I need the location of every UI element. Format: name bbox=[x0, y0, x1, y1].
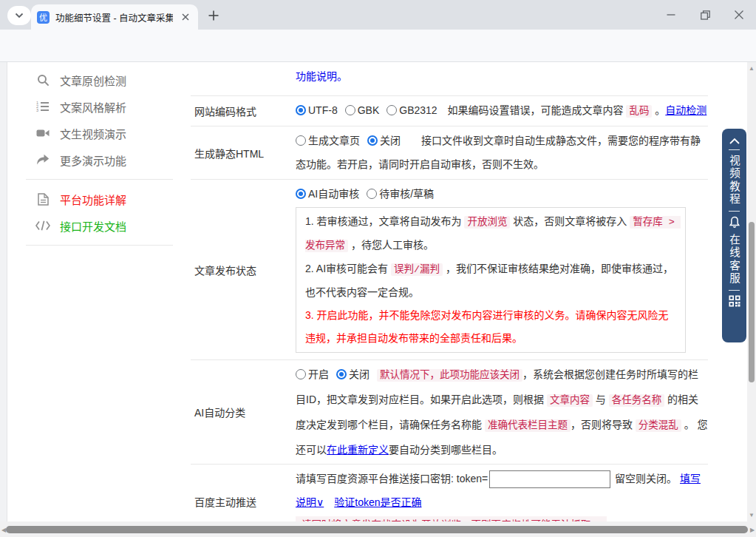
new-tab-button[interactable] bbox=[205, 7, 222, 24]
radio-待审核/草稿[interactable]: 待审核/草稿 bbox=[367, 182, 434, 206]
radio-GBK[interactable]: GBK bbox=[345, 98, 380, 122]
close-icon bbox=[182, 13, 189, 21]
sidebar-item[interactable]: 123文案风格解析 bbox=[8, 93, 191, 120]
radio-button[interactable] bbox=[367, 189, 377, 199]
video-tutorial-button[interactable]: 视频教程 bbox=[726, 155, 742, 206]
radio-UTF-8[interactable]: UTF-8 bbox=[296, 98, 338, 122]
row-label: AI自动分类 bbox=[191, 360, 296, 464]
bell-icon[interactable] bbox=[729, 216, 740, 229]
text: 。 bbox=[652, 104, 665, 116]
sidebar-item-label: 平台功能详解 bbox=[60, 192, 126, 207]
text: ，否则将导致 bbox=[571, 419, 636, 430]
chevron-down-icon bbox=[15, 13, 24, 18]
highlighted-term: 开放浏览 bbox=[464, 216, 510, 229]
row-content: UTF-8GBKGB2312 如果编码设置错误，可能造成文章内容 乱码 。自动检… bbox=[296, 96, 708, 126]
content-line: 生成文章页关闭 接口文件收到文章时自动生成静态文件，需要您的程序带有静态功能。若… bbox=[296, 129, 708, 176]
scroll-up-arrow[interactable]: ▲ bbox=[747, 64, 756, 72]
auto-detect-link[interactable]: 自动检测 bbox=[665, 104, 706, 116]
radio-button[interactable] bbox=[367, 135, 378, 146]
horizontal-scrollbar-thumb[interactable] bbox=[6, 526, 748, 533]
row-label: 网站编码格式 bbox=[191, 96, 296, 126]
vertical-scrollbar-thumb[interactable] bbox=[749, 222, 755, 382]
radio-button[interactable] bbox=[345, 105, 355, 115]
radio-button[interactable] bbox=[336, 369, 347, 379]
tab-close-button[interactable] bbox=[179, 10, 192, 24]
sidebar-item[interactable]: 平台功能详解 bbox=[8, 186, 191, 212]
plus-icon bbox=[208, 10, 219, 21]
text: 与 bbox=[593, 394, 609, 405]
vertical-scrollbar[interactable]: ▲ ▼ bbox=[747, 62, 756, 521]
radio-button[interactable] bbox=[296, 105, 306, 115]
row-content: AI自动审核待审核/草稿1. 若审核通过，文章将自动发布为 开放浏览 状态，否则… bbox=[296, 180, 708, 359]
browser-tab[interactable]: 优 功能细节设置 - 自动文章采集器 bbox=[31, 4, 198, 30]
settings-row-publish-status: 文章发布状态AI自动审核待审核/草稿1. 若审核通过，文章将自动发布为 开放浏览… bbox=[191, 180, 708, 360]
chevron-up-icon bbox=[729, 138, 740, 145]
sidebar-item-label: 文章原创检测 bbox=[60, 72, 126, 88]
radio-GB2312[interactable]: GB2312 bbox=[386, 98, 437, 122]
sidebar-item[interactable]: 更多演示功能 bbox=[8, 146, 191, 173]
warning-paragraph: 3. 开启此功能，并不能免除您对发布内容进行审核的义务。请确保内容无风险无违规，… bbox=[305, 304, 676, 350]
radio-AI自动审核[interactable]: AI自动审核 bbox=[296, 182, 359, 206]
radio-button[interactable] bbox=[296, 189, 306, 199]
text: 要自动分类到哪些栏目。 bbox=[389, 444, 503, 456]
sidebar-item-label: 文生视频演示 bbox=[60, 126, 126, 141]
row-content: 功能说明。 bbox=[296, 62, 708, 95]
close-icon bbox=[735, 10, 743, 19]
minimize-button[interactable] bbox=[654, 0, 688, 30]
row-label: 生成静态HTML bbox=[191, 126, 296, 179]
feature-description-link[interactable]: 功能说明。 bbox=[296, 70, 347, 82]
radio-生成文章页[interactable]: 生成文章页 bbox=[296, 129, 360, 152]
sidebar-item[interactable]: 文章原创检测 bbox=[8, 67, 191, 93]
back-to-top-button[interactable] bbox=[729, 138, 740, 145]
tab-search-button[interactable] bbox=[7, 6, 31, 25]
window-controls bbox=[654, 0, 756, 30]
text: 请填写百度资源平台推送接口密钥: token= bbox=[296, 473, 488, 484]
radio-关闭[interactable]: 关闭 bbox=[336, 362, 370, 386]
svg-text:3: 3 bbox=[36, 108, 38, 112]
site-favicon: 优 bbox=[37, 11, 50, 24]
close-window-button[interactable] bbox=[722, 0, 756, 30]
divider bbox=[729, 149, 740, 150]
radio-button[interactable] bbox=[296, 135, 306, 146]
minimize-icon bbox=[667, 10, 675, 19]
scroll-right-arrow[interactable]: ▶ bbox=[748, 524, 756, 535]
row-content: 生成文章页关闭 接口文件收到文章时自动生成静态文件，需要您的程序带有静态功能。若… bbox=[296, 126, 708, 179]
radio-label: GBK bbox=[358, 98, 380, 122]
horizontal-scrollbar[interactable]: ◀ ▶ bbox=[0, 521, 756, 537]
qr-code-icon[interactable] bbox=[729, 295, 740, 307]
ordered-list-icon: 123 bbox=[35, 101, 50, 112]
settings-row-auto-category: AI自动分类开启关闭默认情况下，此项功能应该关闭，系统会根据您创建任务时所填写的… bbox=[191, 360, 708, 465]
highlighted-term: 误判/漏判 bbox=[391, 263, 443, 276]
radio-label: 生成文章页 bbox=[308, 129, 360, 152]
tab-title: 功能细节设置 - 自动文章采集器 bbox=[55, 10, 173, 24]
content-line: UTF-8GBKGB2312 如果编码设置错误，可能造成文章内容 乱码 。自动检… bbox=[296, 98, 708, 124]
restore-button[interactable] bbox=[688, 0, 722, 30]
redefine-category-link[interactable]: 在此重新定义 bbox=[327, 444, 389, 456]
restore-icon bbox=[701, 10, 710, 20]
highlighted-term: 各任务名称 bbox=[609, 394, 665, 407]
radio-label: 待审核/草稿 bbox=[379, 182, 434, 206]
online-service-button[interactable]: 在线客服 bbox=[726, 234, 742, 286]
verify-token-link[interactable]: 验证token是否正确 bbox=[334, 496, 421, 508]
text: 状态，否则文章将被存入 bbox=[510, 215, 630, 227]
content-line: 开启关闭默认情况下，此项功能应该关闭，系统会根据您创建任务时所填写的栏目ID，把… bbox=[296, 362, 708, 462]
baidu-token-input[interactable] bbox=[489, 470, 610, 488]
radio-开启[interactable]: 开启 bbox=[296, 362, 329, 386]
settings-row-encoding: 网站编码格式UTF-8GBKGB2312 如果编码设置错误，可能造成文章内容 乱… bbox=[191, 96, 708, 126]
radio-button[interactable] bbox=[386, 105, 397, 115]
warning-box: 1. 若审核通过，文章将自动发布为 开放浏览 状态，否则文章将被存入 暂存库 >… bbox=[296, 207, 686, 353]
text bbox=[324, 496, 334, 508]
radio-关闭[interactable]: 关闭 bbox=[367, 129, 401, 152]
page-left-gutter bbox=[0, 62, 7, 537]
page-body: 文章原创检测123文案风格解析文生视频演示更多演示功能平台功能详解接口开发文档 … bbox=[0, 62, 756, 537]
radio-label: AI自动审核 bbox=[308, 182, 359, 206]
radio-button[interactable] bbox=[296, 369, 306, 379]
text: ，待您人工审核。 bbox=[348, 239, 434, 251]
sidebar-item[interactable]: 接口开发文档 bbox=[8, 212, 191, 239]
sidebar-item[interactable]: 文生视频演示 bbox=[8, 120, 191, 146]
divider bbox=[729, 290, 740, 291]
settings-row-static-html: 生成静态HTML生成文章页关闭 接口文件收到文章时自动生成静态文件，需要您的程序… bbox=[191, 126, 708, 180]
code-icon bbox=[35, 220, 50, 231]
warning-paragraph: 2. AI审核可能会有 误判/漏判 ，我们不保证审核结果绝对准确，即使审核通过，… bbox=[305, 257, 676, 304]
scroll-down-arrow[interactable]: ▼ bbox=[747, 510, 756, 519]
